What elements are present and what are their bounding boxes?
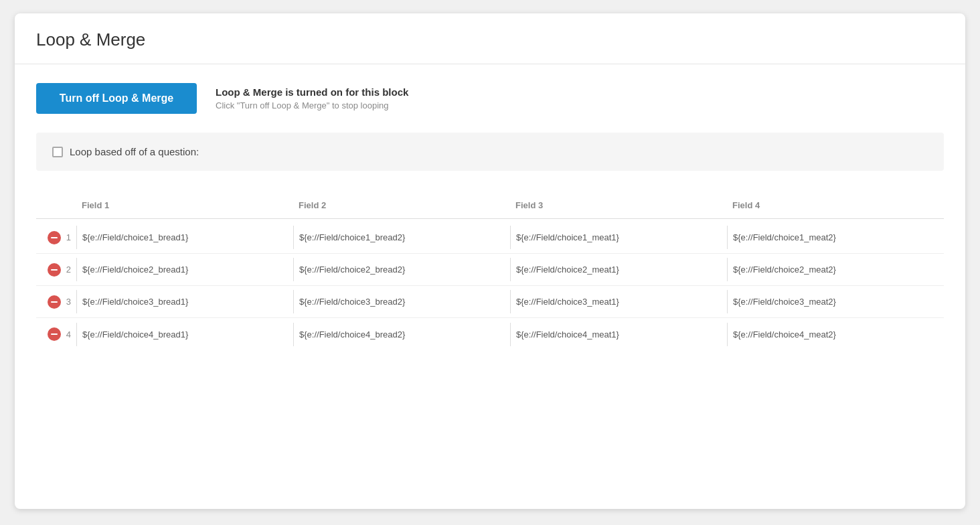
table-row: 3 ${e://Field/choice3_bread1} ${e://Fiel… xyxy=(36,286,944,318)
cell-field3: ${e://Field/choice3_meat1} xyxy=(510,290,727,313)
cell-field3: ${e://Field/choice1_meat1} xyxy=(510,226,727,249)
status-subtitle: Click "Turn off Loop & Merge" to stop lo… xyxy=(216,100,408,110)
remove-row-icon[interactable] xyxy=(48,327,61,341)
top-action-row: Turn off Loop & Merge Loop & Merge is tu… xyxy=(36,83,944,114)
cell-field1: ${e://Field/choice1_bread1} xyxy=(76,226,293,249)
cell-field2: ${e://Field/choice1_bread2} xyxy=(293,226,510,249)
row-controls: 4 xyxy=(36,327,76,341)
loop-question-label: Loop based off of a question: xyxy=(70,146,199,157)
remove-row-icon[interactable] xyxy=(48,263,61,277)
row-number: 1 xyxy=(66,232,71,242)
status-title: Loop & Merge is turned on for this block xyxy=(216,86,408,98)
cell-field4: ${e://Field/choice1_meat2} xyxy=(727,226,944,249)
cell-field2: ${e://Field/choice2_bread2} xyxy=(293,258,510,281)
cell-field4: ${e://Field/choice3_meat2} xyxy=(727,290,944,313)
loop-section: Loop based off of a question: xyxy=(36,133,944,171)
col-header-spacer xyxy=(36,198,76,213)
cell-field2: ${e://Field/choice4_bread2} xyxy=(293,323,510,346)
remove-row-icon[interactable] xyxy=(48,231,61,244)
cell-field1: ${e://Field/choice2_bread1} xyxy=(76,258,293,281)
status-text-block: Loop & Merge is turned on for this block… xyxy=(216,86,408,110)
row-number: 3 xyxy=(66,297,71,307)
col-header-field3: Field 3 xyxy=(510,198,727,213)
remove-row-icon[interactable] xyxy=(48,295,61,309)
table-header-row: Field 1 Field 2 Field 3 Field 4 xyxy=(36,192,944,219)
turn-off-loop-merge-button[interactable]: Turn off Loop & Merge xyxy=(36,83,197,114)
cell-field4: ${e://Field/choice4_meat2} xyxy=(727,323,944,346)
table-row: 1 ${e://Field/choice1_bread1} ${e://Fiel… xyxy=(36,222,944,254)
row-number: 2 xyxy=(66,265,71,275)
page-header: Loop & Merge xyxy=(15,13,965,64)
row-controls: 3 xyxy=(36,295,76,309)
cell-field3: ${e://Field/choice4_meat1} xyxy=(510,323,727,346)
cell-field4: ${e://Field/choice2_meat2} xyxy=(727,258,944,281)
cell-field2: ${e://Field/choice3_bread2} xyxy=(293,290,510,313)
page-title: Loop & Merge xyxy=(36,29,944,50)
table-section: Field 1 Field 2 Field 3 Field 4 1 ${e://… xyxy=(36,192,944,350)
table-row: 4 ${e://Field/choice4_bread1} ${e://Fiel… xyxy=(36,318,944,350)
content-area: Turn off Loop & Merge Loop & Merge is tu… xyxy=(15,64,965,369)
table-row: 2 ${e://Field/choice2_bread1} ${e://Fiel… xyxy=(36,254,944,286)
row-number: 4 xyxy=(66,329,71,340)
col-header-field4: Field 4 xyxy=(727,198,944,213)
row-controls: 2 xyxy=(36,263,76,277)
page-container: Loop & Merge Turn off Loop & Merge Loop … xyxy=(15,13,965,509)
cell-field1: ${e://Field/choice3_bread1} xyxy=(76,290,293,313)
table-body: 1 ${e://Field/choice1_bread1} ${e://Fiel… xyxy=(36,222,944,350)
loop-question-row: Loop based off of a question: xyxy=(52,146,928,157)
col-header-field2: Field 2 xyxy=(293,198,510,213)
col-header-field1: Field 1 xyxy=(76,198,293,213)
cell-field1: ${e://Field/choice4_bread1} xyxy=(76,323,293,346)
loop-based-on-question-checkbox[interactable] xyxy=(52,147,63,157)
row-controls: 1 xyxy=(36,231,76,244)
cell-field3: ${e://Field/choice2_meat1} xyxy=(510,258,727,281)
